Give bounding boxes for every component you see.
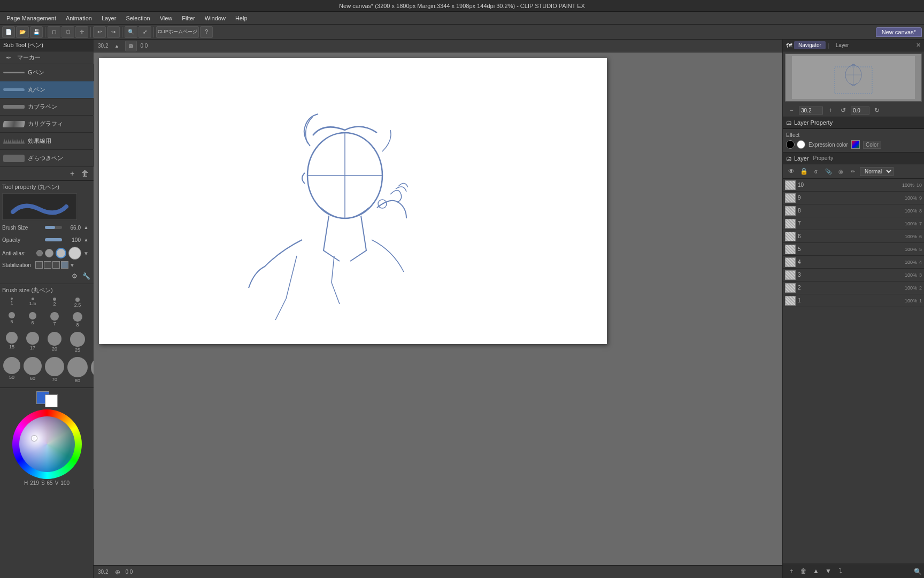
brush-size-5[interactable]: 5 <box>2 311 21 330</box>
layer-item-1[interactable]: 1 100% 1 <box>783 294 924 307</box>
zoom-up-icon[interactable]: ▲ <box>111 41 122 51</box>
navigator-preview[interactable] <box>785 54 922 102</box>
brush-size-slider[interactable] <box>45 226 62 229</box>
menu-window[interactable]: Window <box>201 14 230 22</box>
add-layer-btn[interactable]: + <box>786 566 797 576</box>
color-picker[interactable]: H 219 S 65 V 100 <box>0 387 94 489</box>
layer-lock-icon[interactable]: 🔒 <box>798 166 809 177</box>
nav-tab-navigator[interactable]: Navigator <box>794 41 826 49</box>
layer-prop-tab[interactable]: Property <box>813 155 834 161</box>
move-btn[interactable]: ✛ <box>75 26 88 38</box>
zoom-out-btn[interactable]: − <box>786 105 797 116</box>
menu-selection[interactable]: Selection <box>121 14 154 22</box>
brush-size-60[interactable]: 60 <box>22 356 43 385</box>
menu-layer[interactable]: Layer <box>97 14 121 22</box>
settings-icon[interactable]: ⚙ <box>69 271 80 282</box>
layer-draft-icon[interactable]: ✏ <box>848 166 858 177</box>
layer-item-8[interactable]: 8 100% 8 <box>783 204 924 217</box>
brush-size-1-5[interactable]: 1.5 <box>22 296 43 310</box>
background-color[interactable] <box>45 394 58 407</box>
brush-item-marupen[interactable]: 丸ペン <box>0 81 94 98</box>
layer-ref-icon[interactable]: ◎ <box>835 166 846 177</box>
zoom-in-nav-btn[interactable]: + <box>825 105 836 116</box>
save-btn[interactable]: 💾 <box>30 26 43 38</box>
effect-circle-white[interactable] <box>797 140 805 149</box>
layer-visibility-icon[interactable]: 👁 <box>786 166 797 177</box>
layer-clip-icon[interactable]: 📎 <box>823 166 834 177</box>
select-btn[interactable]: ◻ <box>48 26 60 38</box>
layer-alpha-icon[interactable]: α <box>811 166 821 177</box>
layer-mode-select[interactable]: Normal <box>860 167 894 176</box>
canvas-zoom-btn[interactable]: ⊠ <box>125 41 137 51</box>
new-file-btn[interactable]: 📄 <box>2 26 15 38</box>
drawing-canvas[interactable]: ... <box>99 58 607 344</box>
layer-down-btn[interactable]: ▼ <box>823 566 834 576</box>
stab-sq-1[interactable] <box>35 261 43 269</box>
zoom-in-btn[interactable]: 🔍 <box>125 26 137 38</box>
stab-sq-2[interactable] <box>44 261 51 269</box>
brush-item-effects[interactable]: 効果線用 <box>0 133 94 150</box>
brush-item-gpen[interactable]: Gペン <box>0 64 94 81</box>
rotate-cw-btn[interactable]: ↻ <box>872 105 882 116</box>
nav-close-btn[interactable]: ✕ <box>916 42 921 49</box>
brush-size-15[interactable]: 15 <box>2 331 21 355</box>
merge-layer-btn[interactable]: ⤵ <box>835 566 846 576</box>
pen-tool-icon[interactable]: ✒ <box>3 52 14 63</box>
brush-size-17[interactable]: 17 <box>22 331 43 355</box>
nav-tab-layer[interactable]: Layer <box>831 41 853 49</box>
help-home-btn[interactable]: CLIPホームページ <box>156 26 199 38</box>
opacity-up-icon[interactable]: ▲ <box>81 234 91 245</box>
layer-item-6[interactable]: 6 100% 6 <box>783 230 924 243</box>
layer-item-3[interactable]: 3 100% 3 <box>783 269 924 282</box>
search-brush-icon[interactable]: 🔍 <box>912 566 923 577</box>
zoom-input[interactable] <box>799 107 823 115</box>
aa-circle-medium[interactable] <box>45 249 53 257</box>
brush-size-up-icon[interactable]: ▲ <box>81 222 91 233</box>
layer-item-10[interactable]: 10 100% 10 <box>783 179 924 192</box>
brush-size-70[interactable]: 70 <box>44 356 65 385</box>
layer-item-9[interactable]: 9 100% 9 <box>783 192 924 204</box>
delete-layer-btn[interactable]: 🗑 <box>798 566 809 576</box>
menu-view[interactable]: View <box>156 14 177 22</box>
redo-btn[interactable]: ↪ <box>107 26 120 38</box>
rotate-ccw-btn[interactable]: ↺ <box>838 105 849 116</box>
canvas-container[interactable]: ... <box>94 52 782 565</box>
layer-item-2[interactable]: 2 100% 2 <box>783 282 924 294</box>
open-btn[interactable]: 📂 <box>16 26 29 38</box>
brush-size-50[interactable]: 50 <box>2 356 21 385</box>
question-btn[interactable]: ? <box>200 26 213 38</box>
canvas-reset-btn[interactable]: ⊕ <box>112 567 123 577</box>
rotation-input[interactable] <box>851 107 869 115</box>
color-wheel[interactable] <box>12 409 82 479</box>
color-value-label[interactable]: Color <box>863 141 881 149</box>
stab-sq-3[interactable] <box>52 261 60 269</box>
delete-brush-icon[interactable]: 🗑 <box>80 168 90 179</box>
menu-filter[interactable]: Filter <box>178 14 199 22</box>
brush-item-rough[interactable]: ざらつきペン <box>0 150 94 167</box>
lasso-btn[interactable]: ⬡ <box>61 26 74 38</box>
menu-help[interactable]: Help <box>231 14 252 22</box>
aa-circle-small[interactable] <box>36 250 43 256</box>
brush-size-6[interactable]: 6 <box>22 311 43 330</box>
effect-circle-black[interactable] <box>786 140 795 149</box>
undo-btn[interactable]: ↩ <box>93 26 106 38</box>
brush-item-calligraphy[interactable]: カリグラフィ <box>0 116 94 133</box>
stab-sq-4[interactable] <box>61 261 68 269</box>
transform-btn[interactable]: ⤢ <box>138 26 151 38</box>
brush-size-2-5[interactable]: 2.5 <box>66 296 89 310</box>
layer-up-btn[interactable]: ▲ <box>811 566 821 576</box>
layer-item-4[interactable]: 4 100% 4 <box>783 256 924 269</box>
brush-size-2[interactable]: 2 <box>44 296 65 310</box>
brush-size-80[interactable]: 80 <box>66 356 89 385</box>
brush-size-25[interactable]: 25 <box>66 331 89 355</box>
aa-circle-large[interactable] <box>56 248 66 258</box>
brush-size-8[interactable]: 8 <box>66 311 89 330</box>
canvas-tab[interactable]: New canvas* <box>876 27 922 37</box>
brush-item-kaburapen[interactable]: カブラペン <box>0 98 94 116</box>
brush-size-7[interactable]: 7 <box>44 311 65 330</box>
menu-animation[interactable]: Animation <box>61 14 96 22</box>
wrench-icon[interactable]: 🔧 <box>81 271 91 282</box>
brush-size-1[interactable]: 1 <box>2 296 21 310</box>
menu-page-management[interactable]: Page Management <box>2 14 60 22</box>
brush-size-20[interactable]: 20 <box>44 331 65 355</box>
